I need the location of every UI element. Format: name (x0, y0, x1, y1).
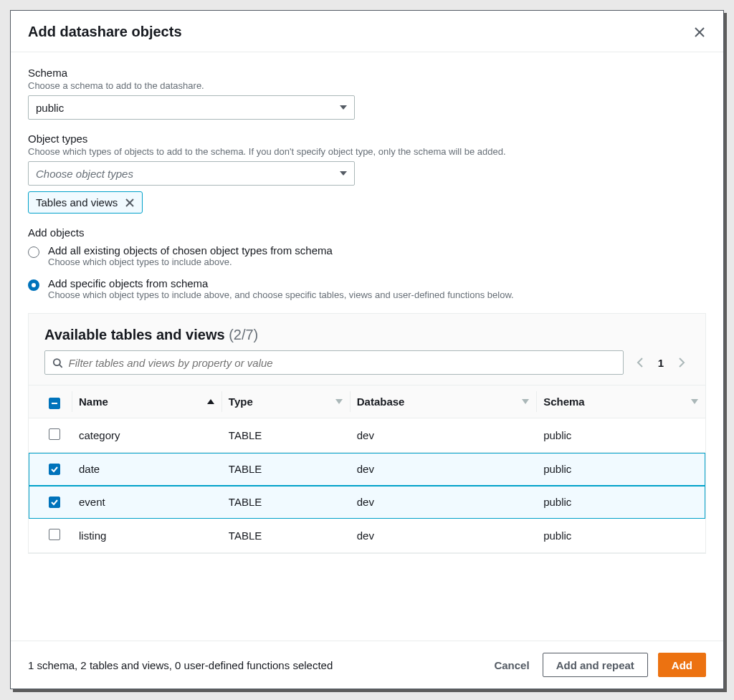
radio-add-specific-desc: Choose which object types to include abo… (48, 289, 514, 300)
cell-type: TABLE (221, 418, 350, 453)
svg-line-5 (59, 365, 62, 368)
page-number: 1 (658, 357, 664, 369)
row-checkbox[interactable] (49, 497, 60, 508)
caret-down-icon (340, 171, 347, 176)
add-button[interactable]: Add (658, 653, 706, 677)
cell-database: dev (350, 453, 536, 486)
caret-down-icon (340, 105, 347, 110)
cell-type: TABLE (221, 486, 350, 519)
pagination: 1 (637, 357, 690, 369)
token-label: Tables and views (36, 196, 118, 208)
select-all-checkbox[interactable] (49, 398, 60, 409)
table-row[interactable]: dateTABLEdevpublic (29, 453, 705, 486)
col-name[interactable]: Name (72, 385, 221, 418)
cell-name: date (72, 453, 221, 486)
cell-type: TABLE (221, 519, 350, 553)
objects-table: Name Type Database Schema categoryTABLE (29, 385, 705, 553)
radio-add-specific-label: Add specific objects from schema (48, 277, 514, 289)
object-types-field: Object types Choose which types of objec… (28, 133, 706, 214)
cell-type: TABLE (221, 453, 350, 486)
add-objects-label: Add objects (28, 226, 706, 239)
schema-label: Schema (28, 67, 706, 79)
cell-schema: public (536, 486, 705, 519)
cell-schema: public (536, 453, 705, 486)
schema-field: Schema Choose a schema to add to the dat… (28, 67, 706, 120)
panel-title: Available tables and views (2/7) (44, 327, 258, 342)
schema-description: Choose a schema to add to the datashare. (28, 80, 706, 91)
col-schema[interactable]: Schema (536, 385, 705, 418)
modal-header: Add datashare objects (11, 11, 723, 52)
sort-asc-icon (207, 399, 214, 404)
add-objects-field: Add objects Add all existing objects of … (28, 226, 706, 300)
add-datashare-objects-modal: Add datashare objects Schema Choose a sc… (10, 10, 724, 689)
filter-input-wrapper[interactable] (44, 350, 624, 375)
cell-name: category (72, 418, 221, 453)
filter-icon (335, 399, 343, 404)
svg-point-4 (54, 359, 60, 365)
cell-schema: public (536, 418, 705, 453)
col-type[interactable]: Type (221, 385, 350, 418)
object-types-description: Choose which types of objects to add to … (28, 146, 706, 157)
radio-add-all-desc: Choose which object types to include abo… (48, 256, 333, 267)
footer-actions: Cancel Add and repeat Add (491, 653, 706, 677)
filter-input[interactable] (69, 357, 616, 369)
cell-database: dev (350, 486, 536, 519)
panel-count: (2/7) (229, 327, 258, 342)
search-icon (52, 358, 63, 368)
object-types-select[interactable]: Choose object types (28, 161, 355, 186)
filter-icon (522, 399, 529, 404)
radio-icon (28, 279, 39, 291)
modal-title: Add datashare objects (28, 24, 182, 40)
row-checkbox[interactable] (49, 428, 60, 440)
col-select-all[interactable] (29, 385, 72, 418)
panel-tools: 1 (29, 350, 705, 385)
modal-footer: 1 schema, 2 tables and views, 0 user-def… (11, 641, 723, 689)
cell-name: listing (72, 519, 221, 553)
cell-database: dev (350, 519, 536, 553)
object-type-token: Tables and views (28, 191, 143, 214)
col-database[interactable]: Database (350, 385, 536, 418)
table-row[interactable]: categoryTABLEdevpublic (29, 418, 705, 453)
cell-database: dev (350, 418, 536, 453)
row-checkbox[interactable] (49, 464, 60, 475)
object-types-label: Object types (28, 133, 706, 145)
row-checkbox[interactable] (49, 529, 60, 540)
modal-body: Schema Choose a schema to add to the dat… (11, 52, 723, 641)
table-row[interactable]: eventTABLEdevpublic (29, 486, 705, 519)
table-header-row: Name Type Database Schema (29, 385, 705, 418)
next-page-icon[interactable] (678, 357, 685, 368)
radio-add-specific[interactable]: Add specific objects from schema Choose … (28, 277, 706, 300)
prev-page-icon[interactable] (637, 357, 644, 368)
filter-icon (691, 399, 698, 404)
selection-status: 1 schema, 2 tables and views, 0 user-def… (28, 659, 333, 671)
radio-icon (28, 246, 39, 258)
radio-add-all-label: Add all existing objects of chosen objec… (48, 244, 333, 256)
panel-header: Available tables and views (2/7) (29, 314, 705, 350)
cell-name: event (72, 486, 221, 519)
available-objects-panel: Available tables and views (2/7) 1 (28, 313, 706, 554)
token-remove-icon[interactable] (125, 198, 135, 208)
cancel-button[interactable]: Cancel (491, 655, 532, 676)
radio-add-all[interactable]: Add all existing objects of chosen objec… (28, 244, 706, 267)
add-and-repeat-button[interactable]: Add and repeat (543, 653, 648, 677)
cell-schema: public (536, 519, 705, 553)
object-types-placeholder: Choose object types (36, 168, 133, 180)
schema-select[interactable]: public (28, 95, 355, 120)
table-row[interactable]: listingTABLEdevpublic (29, 519, 705, 553)
add-objects-radio-group: Add all existing objects of chosen objec… (28, 244, 706, 300)
close-icon[interactable] (693, 26, 706, 39)
schema-select-value: public (36, 102, 64, 114)
